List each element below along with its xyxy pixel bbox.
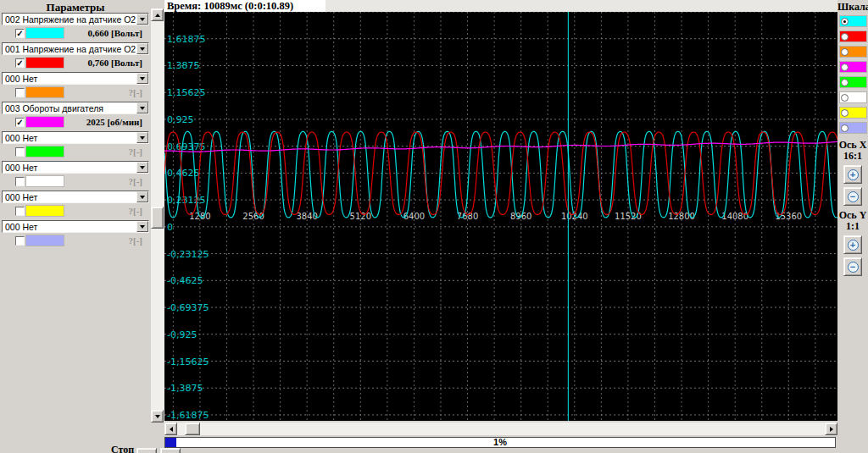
- axis-y-zoom-in-button[interactable]: +: [843, 235, 862, 254]
- param-color-swatch[interactable]: [26, 206, 64, 216]
- y-axis-tick-label: -1,61875: [167, 410, 209, 421]
- param-color-swatch[interactable]: [26, 146, 64, 157]
- timeline-scrollbar[interactable]: [164, 423, 837, 435]
- param-value: ?[-]: [64, 235, 149, 246]
- scale-channel-row-4[interactable]: [837, 59, 868, 75]
- y-axis-tick-label: 1,15625: [167, 87, 206, 98]
- scale-color-bar: [840, 31, 866, 41]
- stop-label: Стоп: [111, 444, 134, 453]
- scrollbar-thumb[interactable]: [151, 207, 164, 229]
- param-value: ?[-]: [64, 176, 149, 186]
- waveform-engine-rpm: [164, 141, 837, 152]
- chevron-down-icon[interactable]: [136, 43, 148, 54]
- scale-radio[interactable]: [841, 79, 849, 86]
- param-select-value: 000 Нет: [3, 163, 136, 173]
- param-visible-checkbox[interactable]: ✓: [15, 118, 25, 127]
- scroll-down-button[interactable]: [151, 410, 164, 423]
- param-select-6[interactable]: 000 Нет: [2, 161, 149, 174]
- scale-radio[interactable]: [841, 124, 849, 132]
- param-select-2[interactable]: 001 Напряжение на датчике O2 B1 S: [2, 42, 149, 55]
- param-visible-checkbox[interactable]: [15, 88, 25, 97]
- scale-color-bar: [840, 77, 866, 87]
- scroll-right-button[interactable]: [825, 423, 837, 435]
- param-status-row: ?[-]: [2, 235, 149, 246]
- param-select-1[interactable]: 002 Напряжение на датчике O2 B2 S: [2, 13, 149, 25]
- chevron-down-glyph: [140, 196, 145, 199]
- scrollbar-thumb[interactable]: [185, 423, 200, 435]
- scroll-up-button[interactable]: [151, 8, 164, 21]
- param-value: ?[-]: [64, 87, 149, 97]
- y-axis-tick-label: -1,15625: [167, 356, 209, 367]
- plot-canvas[interactable]: 1,618751,38751,156250,9250,693750,46250,…: [164, 12, 837, 421]
- param-select-5[interactable]: 000 Нет: [2, 131, 149, 144]
- oscilloscope-region: Время: 10089мс (0:0:10.89) 1,618751,3875…: [164, 0, 837, 453]
- param-visible-checkbox[interactable]: [15, 236, 25, 246]
- param-color-swatch[interactable]: [26, 117, 64, 127]
- scale-channel-row-1[interactable]: [837, 14, 868, 29]
- param-select-8[interactable]: 000 Нет: [2, 220, 149, 233]
- progress-percent-label: 1%: [165, 438, 835, 447]
- chevron-down-icon[interactable]: [136, 132, 148, 143]
- parameters-scrollbar[interactable]: [151, 8, 164, 423]
- y-axis-tick-label: -0,69375: [167, 302, 209, 313]
- x-axis-tick-label: 14080: [721, 212, 748, 221]
- plus-icon: +: [848, 169, 859, 180]
- scale-channel-row-8[interactable]: [837, 120, 868, 135]
- axis-x-zoom-in-button[interactable]: +: [843, 165, 862, 184]
- param-select-7[interactable]: 000 Нет: [2, 191, 149, 203]
- chevron-down-glyph: [140, 166, 145, 169]
- chevron-down-icon[interactable]: [136, 221, 148, 232]
- chevron-down-icon[interactable]: [136, 14, 148, 25]
- chevron-down-glyph: [140, 136, 145, 140]
- param-select-value: 000 Нет: [3, 222, 136, 232]
- chevron-down-icon[interactable]: [136, 73, 148, 84]
- scale-channel-row-3[interactable]: [837, 44, 868, 59]
- chevron-down-glyph: [140, 18, 145, 21]
- minus-icon: −: [848, 191, 859, 202]
- scale-channel-row-7[interactable]: [837, 105, 868, 120]
- scale-channel-row-6[interactable]: [837, 90, 868, 105]
- x-axis-tick-label: 5120: [350, 212, 371, 221]
- playback-progress-bar[interactable]: 1%: [164, 437, 836, 448]
- param-color-swatch[interactable]: [26, 235, 64, 246]
- param-status-row: ✓ 0,760 [Вольт]: [2, 57, 149, 69]
- param-select-value: 000 Нет: [3, 192, 136, 202]
- axis-y-zoom-out-button[interactable]: −: [843, 257, 862, 276]
- stop-control-button-2[interactable]: [160, 448, 181, 453]
- param-group-8: 000 Нет ?[-]: [2, 220, 149, 246]
- y-axis-tick-label: -0,4625: [167, 275, 203, 286]
- chevron-down-icon[interactable]: [136, 162, 148, 173]
- arrow-right-icon: [830, 427, 833, 432]
- param-visible-checkbox[interactable]: ✓: [15, 29, 25, 38]
- chevron-down-glyph: [140, 47, 145, 51]
- axis-x-zoom-out-button[interactable]: −: [843, 187, 862, 206]
- scale-radio[interactable]: [841, 109, 849, 117]
- scale-radio[interactable]: [841, 33, 849, 41]
- scale-radio[interactable]: [841, 18, 849, 25]
- param-visible-checkbox[interactable]: [15, 207, 25, 216]
- param-visible-checkbox[interactable]: ✓: [15, 58, 25, 68]
- waveform-plot[interactable]: 1,618751,38751,156250,9250,693750,46250,…: [164, 12, 837, 421]
- scale-channel-row-2[interactable]: [837, 29, 868, 44]
- stop-control-button[interactable]: [136, 448, 157, 453]
- param-color-swatch[interactable]: [26, 176, 64, 186]
- scroll-left-button[interactable]: [164, 423, 177, 435]
- y-axis-tick-label: 1,61875: [167, 34, 206, 45]
- param-select-4[interactable]: 003 Обороты двигателя: [2, 102, 149, 114]
- param-color-swatch[interactable]: [26, 28, 64, 38]
- scale-channel-row-5[interactable]: [837, 75, 868, 90]
- scale-radio[interactable]: [841, 94, 849, 102]
- chevron-down-icon[interactable]: [136, 102, 148, 113]
- scale-radio[interactable]: [841, 48, 849, 56]
- arrow-down-icon: [155, 415, 160, 418]
- param-visible-checkbox[interactable]: [15, 177, 25, 186]
- param-visible-checkbox[interactable]: [15, 147, 25, 157]
- param-group-6: 000 Нет ?[-]: [2, 161, 149, 187]
- chevron-down-icon[interactable]: [136, 191, 148, 202]
- param-select-3[interactable]: 000 Нет: [2, 72, 149, 85]
- y-axis-tick-label: 1,3875: [167, 60, 200, 71]
- param-color-swatch[interactable]: [26, 87, 64, 97]
- y-axis-tick-label: 0,925: [167, 114, 194, 125]
- param-color-swatch[interactable]: [26, 58, 64, 68]
- scale-radio[interactable]: [841, 64, 849, 71]
